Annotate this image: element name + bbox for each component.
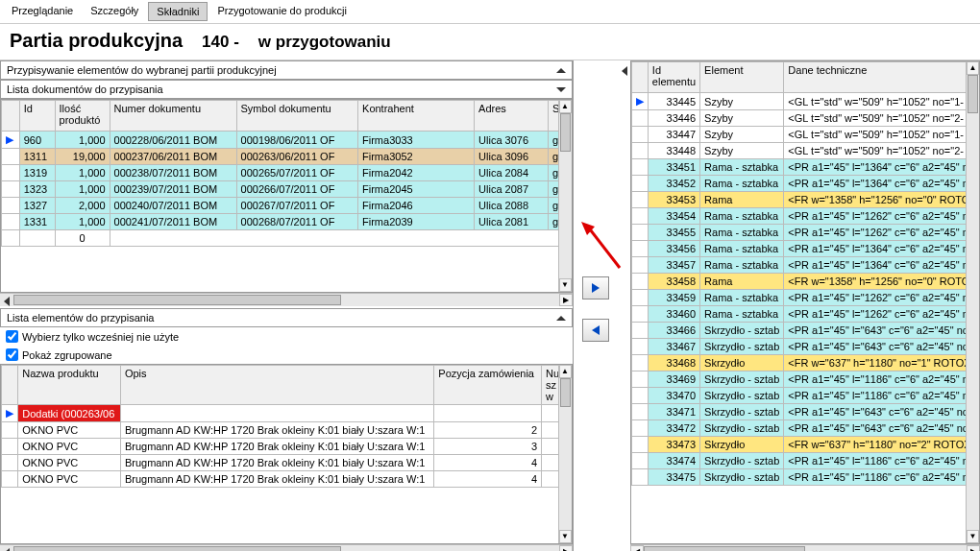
documents-grid[interactable]: IdIlość produktóNumer dokumentuSymbol do… [1,100,572,247]
table-row[interactable]: 33458Rama<FR w="1358" h="1256" no="0" RO… [631,274,978,290]
table-row[interactable]: 33451Rama - sztabka<PR a1="45" l="1364" … [631,159,978,176]
table-row[interactable]: 33470Skrzydło - sztab<PR a1="45" l="1186… [631,388,978,404]
table-row[interactable]: 33472Skrzydło - sztab<PR a1="45" l="643"… [631,420,978,437]
col-header[interactable]: Id elementu [648,62,699,93]
scroll-thumb[interactable] [13,546,341,551]
scroll-thumb[interactable] [644,546,805,551]
table-row[interactable]: 13311,000000241/07/2011 BOM000268/07/201… [2,214,572,230]
scroll-down-button[interactable]: ▼ [559,530,572,543]
checkbox-unused-only[interactable] [6,330,18,343]
col-header[interactable]: Opis [120,366,433,405]
table-row[interactable]: 33471Skrzydło - sztab<PR a1="45" l="643"… [631,404,978,420]
col-header[interactable]: Adres [475,101,549,132]
col-header[interactable]: Pozycja zamówienia [434,366,542,405]
table-row[interactable]: 33468Skrzydło<FR w="637" h="1180" no="1"… [631,355,978,371]
table-row[interactable]: 33466Skrzydło - sztab<PR a1="45" l="643"… [631,323,978,339]
table-row[interactable]: 131119,000000237/06/2011 BOM000263/06/20… [2,149,572,165]
group-row[interactable]: ▶Dodatki (000263/06 [2,405,572,422]
scroll-thumb[interactable] [968,75,978,113]
horizontal-scrollbar[interactable]: ▶ [0,544,573,551]
arrow-left-icon [589,323,602,337]
vertical-scrollbar[interactable]: ▲ ▼ [966,61,979,543]
caret-up-icon [556,316,566,321]
svg-marker-1 [592,325,600,335]
table-row[interactable]: 33446Szyby<GL t="std" w="509" h="1052" n… [631,110,978,127]
table-row[interactable]: 13272,000000240/07/2011 BOM000267/07/201… [2,198,572,214]
title-bar: Partia produkcyjna 140 - w przygotowaniu [0,23,980,60]
col-header[interactable]: Symbol dokumentu [236,101,358,132]
table-row[interactable]: 33447Szyby<GL t="std" w="509" h="1052" n… [631,127,978,143]
col-header[interactable]: Element [700,62,784,93]
horizontal-scrollbar[interactable]: ▶ [0,293,573,306]
col-header[interactable]: Dane techniczne [784,62,979,93]
table-row[interactable]: 33448Szyby<GL t="std" w="509" h="1052" n… [631,143,978,159]
table-row[interactable]: OKNO PVCBrugmann AD KW:HP 1720 Brak okle… [2,439,572,455]
tab-przegladanie[interactable]: Przeglądanie [4,2,81,21]
table-row[interactable]: 13191,000000238/07/2011 BOM000265/07/201… [2,165,572,181]
table-row[interactable]: 33457Rama - sztabka<PR a1="45" l="1364" … [631,257,978,274]
col-header[interactable]: Id [19,101,55,132]
table-row[interactable]: OKNO PVCBrugmann AD KW:HP 1720 Brak okle… [2,471,572,488]
scroll-right-button[interactable]: ▶ [559,294,573,306]
table-row[interactable]: 33469Skrzydło - sztab<PR a1="45" l="1186… [631,371,978,388]
checkbox-grouped[interactable] [6,348,18,361]
scroll-thumb[interactable] [560,113,571,152]
scroll-up-button[interactable]: ▲ [559,365,572,378]
scroll-right-button[interactable]: ▶ [967,545,980,551]
col-header[interactable]: Nazwa produktu [18,366,121,405]
table-row[interactable]: OKNO PVCBrugmann AD KW:HP 1720 Brak okle… [2,455,572,471]
scroll-thumb[interactable] [560,378,571,407]
table-row[interactable]: 33475Skrzydło - sztab<PR a1="45" l="1186… [631,469,978,486]
assigned-elements-grid[interactable]: Id elementuElementDane techniczne▶33445S… [631,61,979,486]
tab-skladniki[interactable]: Składniki [148,2,208,21]
scroll-up-button[interactable]: ▲ [967,61,979,75]
scroll-up-button[interactable]: ▲ [559,100,572,113]
table-row[interactable]: 33473Skrzydło<FR w="637" h="1180" no="2"… [631,437,978,453]
caret-down-icon [556,87,566,92]
tab-przygotowanie[interactable]: Przygotowanie do produkcji [209,2,355,21]
elements-grid[interactable]: Nazwa produktuOpisPozycja zamówieniaNu s… [1,365,572,488]
row-pointer-icon: ▶ [6,133,13,145]
table-row[interactable]: 33454Rama - sztabka<PR a1="45" l="1262" … [631,208,978,225]
footer-row: 0 [2,230,572,247]
col-header[interactable]: Ilość produktó [55,101,110,132]
panel-assign-elements[interactable]: Przypisywanie elementów do wybranej part… [0,60,573,80]
col-header[interactable]: Kontrahent [358,101,475,132]
panel-doc-list[interactable]: Lista dokumentów do przypisania [0,80,573,99]
col-header[interactable] [631,62,648,93]
arrow-right-icon [589,281,602,295]
tab-szczegoly[interactable]: Szczegóły [83,2,146,21]
scroll-down-button[interactable]: ▼ [559,278,572,292]
svg-line-2 [587,226,620,268]
scroll-left-button[interactable]: ◀ [630,545,644,551]
table-row[interactable]: 33460Rama - sztabka<PR a1="45" l="1262" … [631,306,978,323]
caret-up-icon [556,68,566,73]
move-left-button[interactable] [582,319,609,342]
table-row[interactable]: 33455Rama - sztabka<PR a1="45" l="1262" … [631,225,978,241]
row-pointer-icon: ▶ [6,407,13,419]
table-row[interactable]: OKNO PVCBrugmann AD KW:HP 1720 Brak okle… [2,422,572,439]
move-right-button[interactable] [582,276,609,299]
scroll-thumb[interactable] [13,295,341,305]
table-row[interactable]: 33452Rama - sztabka<PR a1="45" l="1364" … [631,176,978,192]
table-row[interactable]: 13231,000000239/07/2011 BOM000266/07/201… [2,181,572,198]
collapse-left-icon[interactable] [622,66,627,76]
caret-left-icon[interactable] [4,297,10,306]
svg-marker-3 [581,222,595,235]
table-row[interactable]: 33459Rama - sztabka<PR a1="45" l="1262" … [631,290,978,306]
table-row[interactable]: 33474Skrzydło - sztab<PR a1="45" l="1186… [631,453,978,469]
table-row[interactable]: 33467Skrzydło - sztab<PR a1="45" l="643"… [631,339,978,355]
panel-elem-list[interactable]: Lista elementów do przypisania [0,308,573,327]
scroll-down-button[interactable]: ▼ [967,530,979,543]
scroll-right-button[interactable]: ▶ [559,545,573,551]
col-header[interactable] [2,366,18,405]
col-header[interactable] [2,101,20,132]
vertical-scrollbar[interactable]: ▲ ▼ [558,100,572,292]
col-header[interactable]: Numer dokumentu [110,101,236,132]
horizontal-scrollbar[interactable]: ◀ ▶ [630,544,980,551]
table-row[interactable]: 33456Rama - sztabka<PR a1="45" l="1364" … [631,241,978,257]
table-row[interactable]: 33453Rama<FR w="1358" h="1256" no="0" RO… [631,192,978,208]
table-row[interactable]: ▶33445Szyby<GL t="std" w="509" h="1052" … [631,93,978,110]
table-row[interactable]: ▶9601,000000228/06/2011 BOM000198/06/201… [2,132,572,149]
vertical-scrollbar[interactable]: ▲ ▼ [558,365,572,543]
